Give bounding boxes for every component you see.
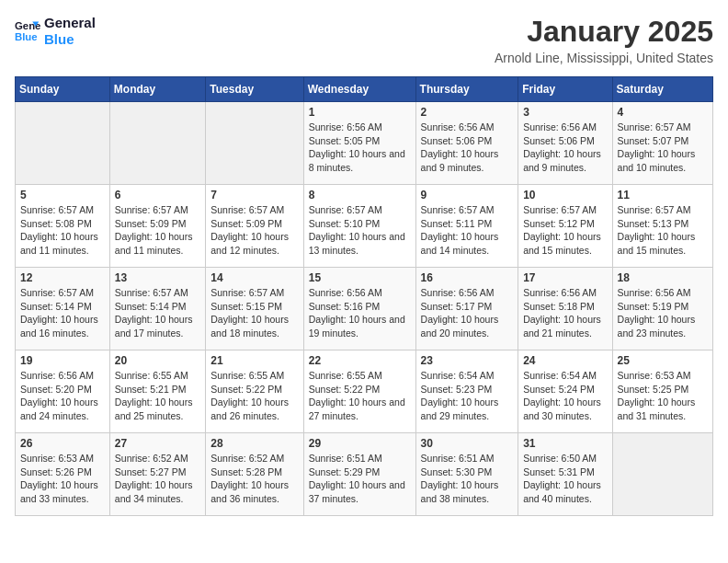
calendar-table: SundayMondayTuesdayWednesdayThursdayFrid…	[15, 76, 713, 516]
calendar-cell: 8Sunrise: 6:57 AM Sunset: 5:10 PM Daylig…	[303, 185, 415, 268]
day-number: 25	[618, 354, 708, 367]
day-content: Sunrise: 6:53 AM Sunset: 5:26 PM Dayligh…	[20, 452, 105, 506]
calendar-cell: 27Sunrise: 6:52 AM Sunset: 5:27 PM Dayli…	[109, 433, 205, 516]
calendar-cell: 7Sunrise: 6:57 AM Sunset: 5:09 PM Daylig…	[206, 185, 303, 268]
calendar-cell: 21Sunrise: 6:55 AM Sunset: 5:22 PM Dayli…	[206, 350, 303, 433]
day-content: Sunrise: 6:57 AM Sunset: 5:09 PM Dayligh…	[210, 203, 298, 258]
calendar-cell: 18Sunrise: 6:56 AM Sunset: 5:19 PM Dayli…	[612, 268, 712, 350]
day-number: 7	[210, 189, 298, 201]
day-content: Sunrise: 6:57 AM Sunset: 5:11 PM Dayligh…	[421, 203, 514, 258]
calendar-header: SundayMondayTuesdayWednesdayThursdayFrid…	[16, 77, 713, 102]
day-content: Sunrise: 6:57 AM Sunset: 5:13 PM Dayligh…	[618, 203, 708, 258]
day-number: 13	[115, 271, 200, 284]
calendar-cell: 30Sunrise: 6:51 AM Sunset: 5:30 PM Dayli…	[415, 433, 518, 516]
day-content: Sunrise: 6:55 AM Sunset: 5:22 PM Dayligh…	[210, 369, 298, 423]
day-number: 24	[523, 354, 607, 367]
calendar-cell: 4Sunrise: 6:57 AM Sunset: 5:07 PM Daylig…	[612, 102, 712, 185]
day-number: 17	[523, 271, 607, 284]
calendar-cell: 16Sunrise: 6:56 AM Sunset: 5:17 PM Dayli…	[415, 268, 518, 350]
weekday-header: Sunday	[16, 77, 110, 102]
title-block: January 2025 Arnold Line, Mississippi, U…	[495, 15, 713, 65]
calendar-cell: 13Sunrise: 6:57 AM Sunset: 5:14 PM Dayli…	[109, 268, 205, 350]
day-number: 30	[421, 437, 514, 450]
calendar-week-row: 5Sunrise: 6:57 AM Sunset: 5:08 PM Daylig…	[16, 185, 713, 268]
day-content: Sunrise: 6:56 AM Sunset: 5:18 PM Dayligh…	[523, 286, 607, 340]
weekday-header: Friday	[518, 77, 612, 102]
calendar-cell: 22Sunrise: 6:55 AM Sunset: 5:22 PM Dayli…	[303, 350, 415, 433]
day-content: Sunrise: 6:55 AM Sunset: 5:21 PM Dayligh…	[115, 369, 200, 423]
day-content: Sunrise: 6:50 AM Sunset: 5:31 PM Dayligh…	[523, 452, 607, 506]
weekday-header: Thursday	[415, 77, 518, 102]
day-content: Sunrise: 6:57 AM Sunset: 5:15 PM Dayligh…	[210, 286, 298, 340]
day-number: 3	[523, 106, 607, 119]
day-number: 10	[523, 189, 607, 201]
calendar-title: January 2025	[495, 15, 713, 49]
calendar-cell	[16, 102, 110, 185]
weekday-header: Monday	[109, 77, 205, 102]
day-content: Sunrise: 6:56 AM Sunset: 5:06 PM Dayligh…	[523, 121, 607, 175]
day-content: Sunrise: 6:56 AM Sunset: 5:16 PM Dayligh…	[309, 286, 411, 340]
calendar-cell: 20Sunrise: 6:55 AM Sunset: 5:21 PM Dayli…	[109, 350, 205, 433]
day-content: Sunrise: 6:51 AM Sunset: 5:29 PM Dayligh…	[309, 452, 411, 506]
calendar-cell	[612, 433, 712, 516]
logo-blue: Blue	[44, 31, 96, 48]
calendar-week-row: 12Sunrise: 6:57 AM Sunset: 5:14 PM Dayli…	[16, 268, 713, 350]
day-number: 21	[210, 354, 298, 367]
page-header: General Blue General Blue January 2025 A…	[15, 15, 713, 65]
day-number: 11	[618, 189, 708, 201]
day-number: 22	[309, 354, 411, 367]
calendar-cell: 19Sunrise: 6:56 AM Sunset: 5:20 PM Dayli…	[16, 350, 110, 433]
calendar-week-row: 1Sunrise: 6:56 AM Sunset: 5:05 PM Daylig…	[16, 102, 713, 185]
calendar-cell: 12Sunrise: 6:57 AM Sunset: 5:14 PM Dayli…	[16, 268, 110, 350]
calendar-cell: 6Sunrise: 6:57 AM Sunset: 5:09 PM Daylig…	[109, 185, 205, 268]
calendar-week-row: 19Sunrise: 6:56 AM Sunset: 5:20 PM Dayli…	[16, 350, 713, 433]
day-content: Sunrise: 6:57 AM Sunset: 5:14 PM Dayligh…	[115, 286, 200, 340]
day-content: Sunrise: 6:57 AM Sunset: 5:14 PM Dayligh…	[20, 286, 105, 340]
weekday-header-row: SundayMondayTuesdayWednesdayThursdayFrid…	[16, 77, 713, 102]
calendar-week-row: 26Sunrise: 6:53 AM Sunset: 5:26 PM Dayli…	[16, 433, 713, 516]
day-content: Sunrise: 6:56 AM Sunset: 5:17 PM Dayligh…	[421, 286, 514, 340]
day-number: 18	[618, 271, 708, 284]
calendar-cell: 11Sunrise: 6:57 AM Sunset: 5:13 PM Dayli…	[612, 185, 712, 268]
day-content: Sunrise: 6:57 AM Sunset: 5:09 PM Dayligh…	[115, 203, 200, 258]
calendar-cell: 29Sunrise: 6:51 AM Sunset: 5:29 PM Dayli…	[303, 433, 415, 516]
day-number: 15	[309, 271, 411, 284]
calendar-cell: 15Sunrise: 6:56 AM Sunset: 5:16 PM Dayli…	[303, 268, 415, 350]
calendar-cell: 23Sunrise: 6:54 AM Sunset: 5:23 PM Dayli…	[415, 350, 518, 433]
day-number: 23	[421, 354, 514, 367]
calendar-cell: 17Sunrise: 6:56 AM Sunset: 5:18 PM Dayli…	[518, 268, 612, 350]
day-number: 14	[210, 271, 298, 284]
day-number: 12	[20, 271, 105, 284]
calendar-cell: 28Sunrise: 6:52 AM Sunset: 5:28 PM Dayli…	[206, 433, 303, 516]
svg-text:Blue: Blue	[15, 31, 38, 42]
weekday-header: Saturday	[612, 77, 712, 102]
calendar-cell: 25Sunrise: 6:53 AM Sunset: 5:25 PM Dayli…	[612, 350, 712, 433]
day-number: 2	[421, 106, 514, 119]
calendar-body: 1Sunrise: 6:56 AM Sunset: 5:05 PM Daylig…	[16, 102, 713, 516]
day-number: 8	[309, 189, 411, 201]
day-number: 6	[115, 189, 200, 201]
calendar-cell: 26Sunrise: 6:53 AM Sunset: 5:26 PM Dayli…	[16, 433, 110, 516]
calendar-cell: 2Sunrise: 6:56 AM Sunset: 5:06 PM Daylig…	[415, 102, 518, 185]
logo-general: General	[44, 15, 96, 31]
calendar-cell: 24Sunrise: 6:54 AM Sunset: 5:24 PM Dayli…	[518, 350, 612, 433]
calendar-cell	[109, 102, 205, 185]
day-content: Sunrise: 6:57 AM Sunset: 5:12 PM Dayligh…	[523, 203, 607, 258]
day-number: 26	[20, 437, 105, 450]
day-content: Sunrise: 6:52 AM Sunset: 5:27 PM Dayligh…	[115, 452, 200, 506]
logo: General Blue General Blue	[15, 15, 96, 48]
day-number: 20	[115, 354, 200, 367]
day-number: 27	[115, 437, 200, 450]
day-content: Sunrise: 6:54 AM Sunset: 5:24 PM Dayligh…	[523, 369, 607, 423]
logo-icon: General Blue	[15, 18, 40, 44]
calendar-cell: 9Sunrise: 6:57 AM Sunset: 5:11 PM Daylig…	[415, 185, 518, 268]
day-content: Sunrise: 6:56 AM Sunset: 5:06 PM Dayligh…	[421, 121, 514, 175]
day-number: 9	[421, 189, 514, 201]
calendar-cell: 31Sunrise: 6:50 AM Sunset: 5:31 PM Dayli…	[518, 433, 612, 516]
calendar-cell: 3Sunrise: 6:56 AM Sunset: 5:06 PM Daylig…	[518, 102, 612, 185]
day-number: 31	[523, 437, 607, 450]
day-content: Sunrise: 6:57 AM Sunset: 5:08 PM Dayligh…	[20, 203, 105, 258]
day-content: Sunrise: 6:57 AM Sunset: 5:07 PM Dayligh…	[618, 121, 708, 175]
day-content: Sunrise: 6:55 AM Sunset: 5:22 PM Dayligh…	[309, 369, 411, 423]
weekday-header: Wednesday	[303, 77, 415, 102]
